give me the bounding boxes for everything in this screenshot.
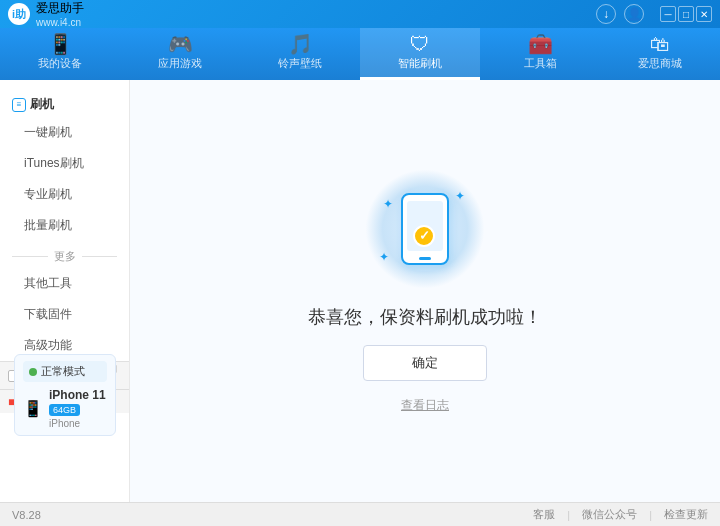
toolbox-icon: 🧰 bbox=[528, 34, 553, 54]
download-icon[interactable]: ↓ bbox=[596, 4, 616, 24]
sidebar-item-pro[interactable]: 专业刷机 bbox=[0, 179, 129, 210]
nav-mydevice-label: 我的设备 bbox=[38, 56, 82, 71]
sidebar-item-batch[interactable]: 批量刷机 bbox=[0, 210, 129, 241]
view-log-link[interactable]: 查看日志 bbox=[401, 397, 449, 414]
mydevice-icon: 📱 bbox=[48, 34, 73, 54]
content-area: ✦ ✦ ✦ ✓ 恭喜您，保资料刷机成功啦！ 确定 查看日志 bbox=[130, 80, 720, 502]
sparkle-icon-3: ✦ bbox=[379, 250, 389, 264]
device-phone-icon: 📱 bbox=[23, 399, 43, 418]
store-icon: 🛍 bbox=[650, 34, 670, 54]
app-name: 爱思助手 bbox=[36, 1, 84, 15]
titlebar-right: ↓ 👤 ─ □ ✕ bbox=[596, 4, 712, 24]
footer-wechat-link[interactable]: 微信公众号 bbox=[582, 507, 637, 522]
appgame-icon: 🎮 bbox=[168, 34, 193, 54]
logo-text-block: 爱思助手 www.i4.cn bbox=[36, 0, 84, 28]
device-name: iPhone 11 bbox=[49, 388, 106, 402]
divider-line-right bbox=[82, 256, 118, 257]
logo-icon: i助 bbox=[8, 3, 30, 25]
app-url: www.i4.cn bbox=[36, 17, 84, 28]
sidebar-section-flash-label: 刷机 bbox=[30, 96, 54, 113]
mode-badge: 正常模式 bbox=[23, 361, 107, 382]
device-storage: 64GB bbox=[49, 404, 80, 416]
nav-toolbox-label: 工具箱 bbox=[524, 56, 557, 71]
titlebar: i助 爱思助手 www.i4.cn ↓ 👤 ─ □ ✕ bbox=[0, 0, 720, 28]
success-checkmark: ✓ bbox=[413, 225, 435, 247]
phone-home-btn bbox=[419, 257, 431, 260]
nav-appgame-label: 应用游戏 bbox=[158, 56, 202, 71]
footer-sep-2: | bbox=[649, 509, 652, 521]
sidebar: ≡ 刷机 一键刷机 iTunes刷机 专业刷机 批量刷机 更多 其他工具 下载固… bbox=[0, 80, 130, 502]
mode-text: 正常模式 bbox=[41, 364, 85, 379]
navbar: 📱 我的设备 🎮 应用游戏 🎵 铃声壁纸 🛡 智能刷机 🧰 工具箱 🛍 爱思商城 bbox=[0, 28, 720, 80]
device-info: 📱 iPhone 11 64GB iPhone bbox=[23, 388, 107, 429]
device-panel: 正常模式 📱 iPhone 11 64GB iPhone bbox=[14, 354, 116, 436]
nav-appgame[interactable]: 🎮 应用游戏 bbox=[120, 28, 240, 80]
close-button[interactable]: ✕ bbox=[696, 6, 712, 22]
footer-support-link[interactable]: 客服 bbox=[533, 507, 555, 522]
sparkle-icon-1: ✦ bbox=[455, 189, 465, 203]
confirm-button[interactable]: 确定 bbox=[363, 345, 487, 381]
device-model: iPhone bbox=[49, 418, 106, 429]
maximize-button[interactable]: □ bbox=[678, 6, 694, 22]
footer-sep-1: | bbox=[567, 509, 570, 521]
sidebar-item-firmware[interactable]: 下载固件 bbox=[0, 299, 129, 330]
app-logo: i助 爱思助手 www.i4.cn bbox=[8, 0, 84, 28]
nav-ringtone[interactable]: 🎵 铃声壁纸 bbox=[240, 28, 360, 80]
sparkle-icon-2: ✦ bbox=[383, 197, 393, 211]
device-details: iPhone 11 64GB iPhone bbox=[49, 388, 106, 429]
nav-smartflash[interactable]: 🛡 智能刷机 bbox=[360, 28, 480, 80]
success-illustration: ✦ ✦ ✦ ✓ bbox=[365, 169, 485, 289]
main-layout: ≡ 刷机 一键刷机 iTunes刷机 专业刷机 批量刷机 更多 其他工具 下载固… bbox=[0, 80, 720, 502]
nav-ringtone-label: 铃声壁纸 bbox=[278, 56, 322, 71]
flash-section-icon: ≡ bbox=[12, 98, 26, 112]
ringtone-icon: 🎵 bbox=[288, 34, 313, 54]
nav-smartflash-label: 智能刷机 bbox=[398, 56, 442, 71]
version-text: V8.28 bbox=[12, 509, 41, 521]
smartflash-icon: 🛡 bbox=[410, 34, 430, 54]
sidebar-section-flash: ≡ 刷机 bbox=[0, 88, 129, 117]
sidebar-item-itunes[interactable]: iTunes刷机 bbox=[0, 148, 129, 179]
mode-status-dot bbox=[29, 368, 37, 376]
footer: V8.28 客服 | 微信公众号 | 检查更新 bbox=[0, 502, 720, 526]
nav-mydevice[interactable]: 📱 我的设备 bbox=[0, 28, 120, 80]
sidebar-section-more-label: 更多 bbox=[54, 249, 76, 264]
minimize-button[interactable]: ─ bbox=[660, 6, 676, 22]
nav-toolbox[interactable]: 🧰 工具箱 bbox=[480, 28, 600, 80]
sidebar-item-tools[interactable]: 其他工具 bbox=[0, 268, 129, 299]
nav-store[interactable]: 🛍 爱思商城 bbox=[600, 28, 720, 80]
divider-line-left bbox=[12, 256, 48, 257]
sidebar-more-divider: 更多 bbox=[0, 241, 129, 268]
success-message: 恭喜您，保资料刷机成功啦！ bbox=[308, 305, 542, 329]
user-icon[interactable]: 👤 bbox=[624, 4, 644, 24]
nav-store-label: 爱思商城 bbox=[638, 56, 682, 71]
footer-update-link[interactable]: 检查更新 bbox=[664, 507, 708, 522]
sidebar-item-onekey[interactable]: 一键刷机 bbox=[0, 117, 129, 148]
